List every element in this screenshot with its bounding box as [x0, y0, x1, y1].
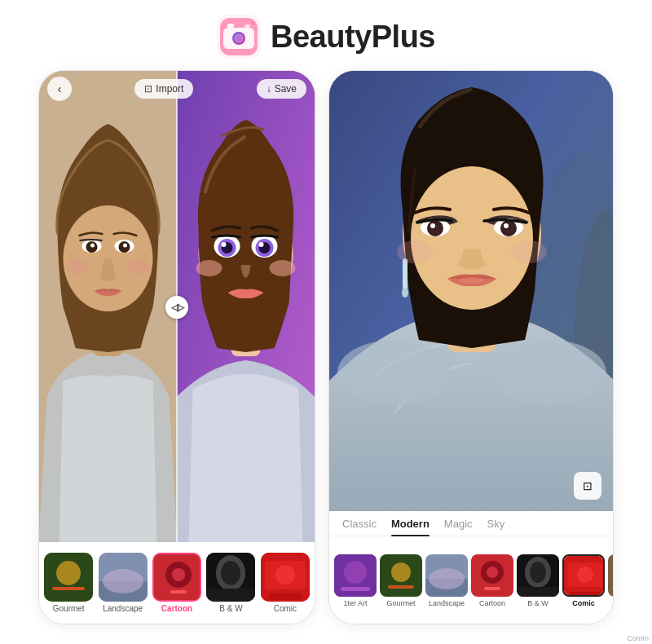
- svg-rect-78: [388, 585, 414, 589]
- svg-point-71: [397, 240, 433, 263]
- right-filter-thumb-bw: [517, 554, 559, 597]
- svg-point-17: [90, 244, 95, 248]
- left-toolbar: ‹ ⊡ Import ↓ Save: [39, 71, 315, 107]
- filter-label-bw: B & W: [219, 604, 242, 613]
- filter-item-gourmet[interactable]: Gourmet: [44, 553, 93, 613]
- split-arrows-icon: ◁▷: [171, 302, 183, 313]
- svg-rect-85: [484, 587, 500, 590]
- phone-left-mockup: ‹ ⊡ Import ↓ Save: [38, 70, 315, 624]
- right-filter-comic[interactable]: Comic: [562, 554, 605, 607]
- right-filter-label-cartoon: Cartoon: [479, 599, 505, 607]
- svg-rect-44: [170, 590, 187, 593]
- import-button[interactable]: ⊡ Import: [134, 79, 193, 99]
- svg-point-31: [222, 242, 227, 247]
- svg-point-74: [344, 561, 367, 584]
- filter-item-cartoon[interactable]: Cartoon: [152, 553, 201, 613]
- svg-point-65: [500, 220, 517, 236]
- right-filter-thumb-cartoon: [471, 554, 513, 597]
- svg-rect-37: [52, 587, 85, 590]
- compare-button[interactable]: ⊡: [574, 472, 601, 500]
- save-icon: ↓: [267, 83, 271, 95]
- svg-point-33: [196, 260, 222, 276]
- photo-illustrated-side: [177, 71, 315, 544]
- filter-item-landscape[interactable]: Landscape: [98, 553, 147, 613]
- right-filter-label-gourmet: Gourmet: [386, 599, 415, 607]
- svg-point-55: [337, 340, 452, 405]
- right-filter-thumb-landscape: [425, 554, 468, 597]
- right-filter-thumb-art: [334, 554, 377, 597]
- right-filter-thumb-comic: [562, 554, 605, 597]
- svg-point-36: [56, 561, 81, 585]
- filter-thumb-landscape: [99, 553, 148, 602]
- svg-point-68: [460, 277, 484, 284]
- tab-classic[interactable]: Classic: [342, 518, 377, 536]
- right-bottom-section: Classic Modern Magic Sky: [329, 511, 613, 624]
- save-button[interactable]: ↓ Save: [257, 79, 306, 99]
- svg-point-84: [487, 567, 498, 578]
- svg-point-32: [259, 242, 264, 247]
- split-handle[interactable]: ◁▷: [165, 296, 188, 319]
- svg-rect-89: [517, 587, 559, 597]
- right-filter-landscape[interactable]: Landscape: [425, 554, 468, 607]
- filter-thumb-cartoon: [152, 553, 201, 602]
- filter-thumb-comic: [261, 553, 310, 602]
- right-filter-1930s[interactable]: 1930's: [608, 554, 613, 607]
- svg-rect-75: [341, 587, 370, 591]
- app-logo-icon: ✦: [217, 15, 261, 59]
- svg-point-66: [430, 223, 435, 228]
- compare-icon: ⊡: [583, 479, 593, 492]
- filter-label-comic: Comic: [274, 604, 297, 613]
- right-filter-label-art: 1ter Art: [343, 599, 367, 607]
- app-header: ✦ BeautyPlus: [217, 0, 435, 70]
- svg-rect-48: [206, 589, 255, 602]
- right-filter-label-bw: B & W: [527, 599, 548, 607]
- filter-thumb-gourmet: [44, 553, 93, 602]
- svg-rect-93: [608, 554, 613, 597]
- left-filter-strip: Gourmet Landscape: [39, 542, 315, 624]
- svg-point-72: [511, 240, 547, 263]
- svg-point-56: [492, 340, 606, 405]
- svg-point-77: [391, 562, 411, 582]
- tab-modern[interactable]: Modern: [391, 518, 430, 536]
- svg-point-20: [127, 258, 150, 275]
- app-title: BeautyPlus: [271, 20, 435, 55]
- phone-right-mockup: ⊡ Classic Modern Magic Sky: [328, 70, 614, 624]
- right-filter-bw[interactable]: B & W: [517, 554, 559, 607]
- photo-realistic-side: [39, 71, 177, 544]
- right-filter-thumb-gourmet: [380, 554, 422, 597]
- svg-point-43: [172, 568, 185, 581]
- svg-point-34: [270, 260, 296, 276]
- right-filter-label-landscape: Landscape: [429, 599, 465, 607]
- portrait-image-area: ⊡: [329, 71, 613, 511]
- right-filter-cartoon[interactable]: Cartoon: [471, 554, 513, 607]
- svg-point-81: [429, 568, 465, 589]
- tab-magic[interactable]: Magic: [444, 518, 473, 536]
- filter-label-cartoon: Cartoon: [161, 604, 192, 613]
- svg-point-64: [427, 220, 443, 236]
- right-tab-bar: Classic Modern Magic Sky: [329, 511, 613, 536]
- filter-thumb-bw: [206, 553, 255, 602]
- split-image-area: ◁▷: [39, 71, 315, 544]
- filter-label-gourmet: Gourmet: [53, 604, 85, 613]
- svg-point-40: [103, 569, 143, 593]
- comin-watermark: ComIn: [627, 634, 649, 642]
- filter-label-landscape: Landscape: [103, 604, 143, 613]
- phone-left-screen: ‹ ⊡ Import ↓ Save: [39, 71, 315, 624]
- tab-sky[interactable]: Sky: [487, 518, 505, 536]
- svg-rect-6: [227, 24, 234, 28]
- svg-rect-69: [403, 258, 408, 291]
- filter-item-comic[interactable]: Comic: [261, 553, 310, 613]
- svg-point-18: [123, 244, 127, 248]
- right-filter-label-comic: Comic: [572, 599, 595, 607]
- right-filter-filter-art[interactable]: 1ter Art: [334, 554, 377, 607]
- svg-point-5: [236, 35, 242, 42]
- svg-point-70: [402, 288, 408, 298]
- main-content: ‹ ⊡ Import ↓ Save: [0, 70, 652, 624]
- right-filter-gourmet[interactable]: Gourmet: [380, 554, 422, 607]
- right-filter-thumb-1930s: [608, 554, 613, 597]
- back-button[interactable]: ‹: [47, 77, 72, 101]
- filter-item-bw[interactable]: B & W: [206, 553, 255, 613]
- phone-right-screen: ⊡ Classic Modern Magic Sky: [329, 71, 613, 624]
- svg-point-51: [275, 565, 295, 584]
- svg-point-19: [67, 258, 90, 275]
